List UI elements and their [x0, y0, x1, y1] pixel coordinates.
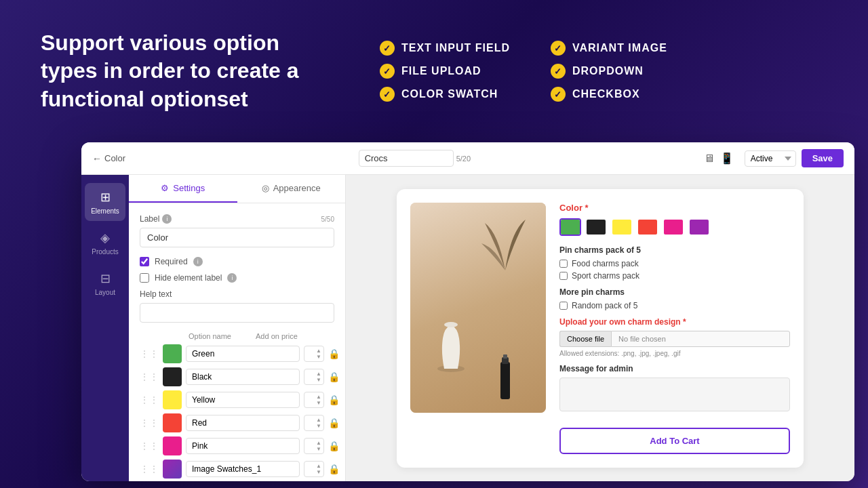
feature-label-checkbox: CHECKBOX — [572, 88, 640, 100]
table-row: ⋮⋮ ▲▼ 🔒 — [140, 436, 334, 455]
price-down-pink[interactable]: ▼ — [316, 447, 321, 452]
price-down-red[interactable]: ▼ — [316, 424, 321, 429]
price-up-yellow[interactable]: ▲ — [316, 394, 321, 400]
sidebar-item-products-label: Products — [92, 248, 118, 256]
required-label: Required — [155, 257, 188, 266]
sidebar-item-elements[interactable]: ⊞ Elements — [85, 183, 125, 221]
product-card: Color * — [397, 189, 804, 468]
option-name-green[interactable] — [186, 346, 300, 362]
drag-handle-icon[interactable]: ⋮⋮ — [140, 441, 159, 451]
option-img-yellow — [163, 390, 182, 409]
check-icon-variant-image — [551, 41, 566, 56]
required-info-icon[interactable]: i — [193, 257, 203, 266]
option-name-black[interactable] — [186, 369, 300, 385]
swatch-yellow[interactable] — [611, 218, 633, 236]
pack-checkbox-food: Food charms pack — [559, 259, 790, 268]
swatch-pink[interactable] — [663, 218, 684, 236]
check-icon-dropdown — [551, 64, 566, 79]
products-icon: ◈ — [100, 230, 110, 245]
file-upload-row: Choose file No file chosen — [559, 331, 790, 347]
price-down-green[interactable]: ▼ — [316, 354, 321, 360]
food-charms-checkbox[interactable] — [559, 260, 568, 268]
option-name-yellow[interactable] — [186, 392, 300, 408]
drag-handle-icon[interactable]: ⋮⋮ — [140, 348, 159, 359]
label-char-count: 5/50 — [321, 216, 334, 223]
option-name-pink[interactable] — [186, 438, 300, 454]
tab-appearance-label: Appearence — [273, 183, 321, 193]
hero-features: TEXT INPUT FIELD VARIANT IMAGE FILE UPLO… — [380, 41, 681, 102]
message-label: Message for admin — [559, 364, 790, 373]
label-input[interactable] — [140, 228, 334, 247]
tab-settings[interactable]: ⚙ Settings — [129, 175, 237, 203]
delete-red-icon[interactable]: 🔒 — [328, 418, 340, 428]
random-pack-checkbox[interactable] — [559, 302, 568, 310]
sport-charms-checkbox[interactable] — [559, 272, 568, 280]
help-text-form-group: Help text — [140, 289, 334, 323]
help-text-input[interactable] — [140, 303, 334, 323]
price-down-yellow[interactable]: ▼ — [316, 401, 321, 406]
swatch-img[interactable] — [688, 218, 710, 236]
status-select[interactable]: Active Inactive — [745, 150, 796, 167]
save-button[interactable]: Save — [802, 149, 844, 167]
drag-handle-icon[interactable]: ⋮⋮ — [140, 371, 159, 382]
price-up-swatch[interactable]: ▲ — [316, 464, 321, 469]
table-row: ⋮⋮ ▲▼ 🔒 — [140, 344, 334, 363]
tab-appearance[interactable]: ◎ Appearence — [237, 175, 346, 203]
layout-icon: ⊟ — [100, 271, 111, 286]
elements-icon: ⊞ — [100, 190, 111, 205]
price-up-green[interactable]: ▲ — [316, 348, 321, 354]
price-down-black[interactable]: ▼ — [316, 378, 321, 383]
app-window: ← Color 5/20 🖥 📱 Active Inactive Save ⊞ … — [81, 142, 854, 481]
delete-yellow-icon[interactable]: 🔒 — [328, 394, 340, 405]
table-row: ⋮⋮ ▲▼ 🔒 — [140, 390, 334, 409]
drag-handle-icon[interactable]: ⋮⋮ — [140, 464, 159, 474]
header-search-input[interactable] — [359, 150, 454, 167]
swatch-green[interactable] — [559, 218, 581, 236]
allowed-extensions: Allowed extensions: .png, .jpg, .jpeg, .… — [559, 350, 790, 357]
sidebar-item-products[interactable]: ◈ Products — [85, 224, 125, 262]
app-header: ← Color 5/20 🖥 📱 Active Inactive Save — [81, 142, 854, 175]
label-info-icon[interactable]: i — [162, 214, 172, 224]
sidebar: ⊞ Elements ◈ Products ⊟ Layout — [81, 175, 129, 481]
delete-green-icon[interactable]: 🔒 — [328, 348, 340, 359]
random-pack-label: Random pack of 5 — [572, 301, 637, 310]
choose-file-button[interactable]: Choose file — [559, 331, 611, 347]
header-right: Active Inactive Save — [745, 149, 844, 167]
price-up-red[interactable]: ▲ — [316, 418, 321, 423]
panel-content: Label i 5/50 Required i Hide element lab… — [129, 203, 345, 481]
price-up-pink[interactable]: ▲ — [316, 441, 321, 446]
price-up-black[interactable]: ▲ — [316, 371, 321, 377]
feature-file-upload: FILE UPLOAD — [380, 64, 510, 79]
hide-label-info-icon[interactable]: i — [227, 273, 237, 283]
pack-section-2: More pin charms Random pack of 5 — [559, 287, 790, 310]
desktop-icon[interactable]: 🖥 — [704, 152, 715, 165]
message-input[interactable] — [559, 378, 790, 411]
option-img-swatch — [163, 460, 182, 479]
delete-black-icon[interactable]: 🔒 — [328, 371, 340, 382]
color-option-label: Color * — [559, 203, 790, 213]
option-name-red[interactable] — [186, 415, 300, 431]
delete-pink-icon[interactable]: 🔒 — [328, 441, 340, 451]
settings-gear-icon: ⚙ — [161, 183, 169, 193]
upload-label: Upload your own charm design * — [559, 317, 790, 327]
pack-checkbox-sport: Sport charms pack — [559, 271, 790, 281]
upload-required-mark: * — [683, 317, 686, 327]
hide-label-checkbox[interactable] — [140, 273, 149, 283]
price-down-swatch[interactable]: ▼ — [316, 470, 321, 475]
back-link[interactable]: ← Color — [92, 153, 125, 164]
drag-handle-icon[interactable]: ⋮⋮ — [140, 418, 159, 428]
drag-handle-icon[interactable]: ⋮⋮ — [140, 394, 159, 405]
required-checkbox[interactable] — [140, 257, 149, 266]
check-icon-color-swatch — [380, 87, 395, 102]
header-count: 5/20 — [456, 155, 471, 163]
add-to-cart-button[interactable]: Add To Cart — [559, 428, 790, 454]
label-form-group: Label i 5/50 — [140, 214, 334, 247]
swatch-black[interactable] — [585, 218, 607, 236]
option-name-swatch[interactable] — [186, 461, 300, 477]
back-arrow-icon: ← — [92, 153, 102, 164]
delete-swatch-icon[interactable]: 🔒 — [328, 464, 340, 474]
col-name-header: Option name — [189, 332, 250, 340]
mobile-icon[interactable]: 📱 — [720, 152, 734, 165]
swatch-red[interactable] — [637, 218, 658, 236]
sidebar-item-layout[interactable]: ⊟ Layout — [85, 264, 125, 302]
